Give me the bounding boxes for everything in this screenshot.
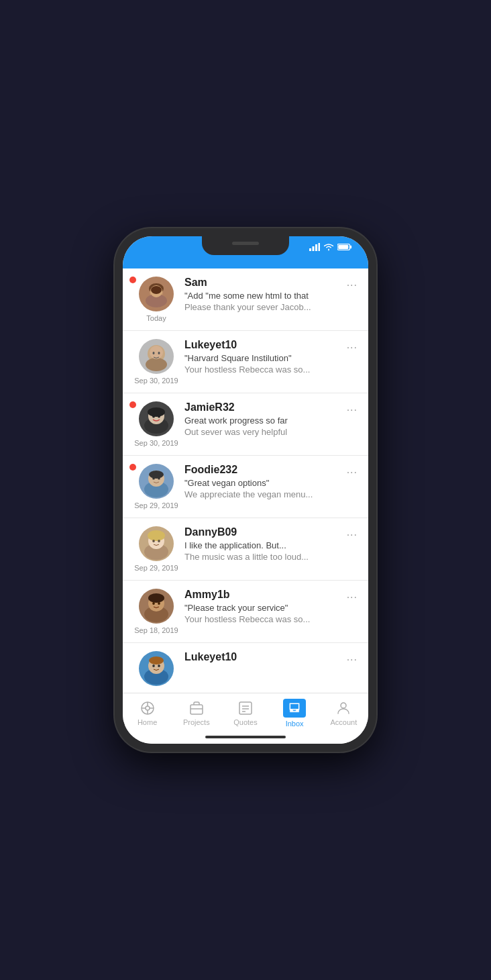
status-icons: [309, 243, 352, 251]
message-sender: Sam: [184, 277, 336, 289]
svg-rect-5: [350, 246, 351, 248]
message-item[interactable]: Lukeyet10 ···: [123, 643, 368, 693]
message-subject: "Add "me some new html to that: [184, 291, 336, 301]
app-header: [123, 255, 368, 268]
avatar-wrapper: [139, 464, 174, 499]
nav-quotes[interactable]: Quotes: [225, 700, 266, 726]
avatar: [139, 589, 174, 624]
message-item[interactable]: Sep 18, 2019 Ammy1b "Please track your s…: [123, 581, 368, 643]
message-more-button[interactable]: ···: [341, 277, 358, 294]
svg-point-23: [152, 415, 155, 418]
message-more-button[interactable]: ···: [341, 589, 358, 606]
message-date: Today: [146, 314, 166, 322]
speaker: [232, 242, 259, 245]
svg-rect-0: [309, 248, 311, 251]
avatar-wrapper: [139, 526, 174, 561]
svg-point-17: [153, 352, 155, 354]
svg-rect-57: [239, 702, 252, 714]
svg-point-61: [341, 703, 346, 708]
nav-inbox[interactable]: Inbox: [274, 699, 315, 728]
signal-icon: [309, 243, 320, 251]
avatar-col: Sep 30, 2019: [133, 339, 179, 385]
message-date: Sep 30, 2019: [134, 377, 178, 385]
message-item[interactable]: Sep 29, 2019 Foodie232 "Great vegan opti…: [123, 456, 368, 518]
message-item[interactable]: Sep 29, 2019 DannyB09 I like the applica…: [123, 518, 368, 581]
message-more-button[interactable]: ···: [341, 651, 358, 669]
svg-point-30: [158, 478, 160, 480]
home-icon: [140, 700, 156, 716]
svg-point-22: [148, 407, 165, 417]
message-item[interactable]: Sep 30, 2019 Lukeyet10 "Harvard Square I…: [123, 331, 368, 393]
avatar-col: Sep 29, 2019: [133, 526, 179, 572]
avatar-wrapper: [139, 401, 174, 436]
message-date: Sep 29, 2019: [134, 564, 178, 572]
home-indicator: [205, 736, 286, 738]
svg-point-24: [158, 415, 160, 418]
message-preview: Out sever was very helpful: [184, 427, 336, 437]
message-sender: Lukeyet10: [184, 651, 336, 663]
message-content: Lukeyet10 "Harvard Square Instilution" Y…: [179, 339, 341, 375]
message-more-button[interactable]: ···: [341, 464, 358, 481]
avatar: [139, 277, 174, 311]
svg-rect-6: [338, 245, 348, 249]
account-icon: [335, 700, 351, 716]
svg-point-41: [152, 602, 155, 605]
message-content: Sam "Add "me some new html to that Pleas…: [179, 277, 341, 312]
message-more-button[interactable]: ···: [341, 526, 358, 544]
inbox-active-icon: [283, 699, 306, 718]
message-sender: JamieR32: [184, 401, 336, 413]
svg-point-29: [152, 478, 155, 480]
message-subject: Great work progress so far: [184, 415, 336, 426]
svg-point-15: [146, 358, 167, 371]
nav-projects[interactable]: Projects: [176, 700, 217, 726]
svg-point-28: [149, 471, 164, 479]
svg-point-50: [146, 706, 150, 710]
message-preview: Please thank your sever Jacob...: [184, 302, 336, 312]
message-content: Ammy1b "Please track your service" Your …: [179, 589, 341, 624]
svg-point-46: [149, 656, 164, 665]
svg-point-18: [158, 352, 160, 354]
battery-icon: [337, 243, 352, 251]
message-item[interactable]: Sep 30, 2019 JamieR32 Great work progres…: [123, 393, 368, 456]
message-item[interactable]: Today Sam "Add "me some new html to that…: [123, 268, 368, 331]
projects-icon: [188, 700, 205, 716]
svg-rect-55: [190, 705, 203, 714]
message-content: DannyB09 I like the application. But... …: [179, 526, 341, 562]
message-preview: Your hostless Rebecca was so...: [184, 364, 336, 375]
avatar: [139, 526, 174, 561]
svg-point-12: [151, 286, 162, 294]
avatar-col: Sep 18, 2019: [133, 589, 179, 634]
svg-point-42: [158, 602, 160, 605]
unread-dot: [129, 277, 136, 283]
svg-point-35: [152, 540, 155, 542]
message-date: Sep 29, 2019: [134, 501, 178, 509]
svg-point-34: [148, 530, 165, 541]
message-preview: Your hostless Rebecca was so...: [184, 614, 336, 624]
avatar-wrapper: [139, 589, 174, 624]
wifi-icon: [323, 243, 334, 251]
notch: [202, 236, 289, 255]
message-subject: "Great vegan options": [184, 478, 336, 488]
nav-home-label: Home: [138, 718, 157, 726]
avatar: [139, 464, 174, 499]
quotes-icon: [237, 700, 254, 716]
avatar: [139, 339, 174, 374]
phone-frame: Today Sam "Add "me some new html to that…: [115, 228, 376, 752]
message-more-button[interactable]: ···: [341, 401, 358, 419]
svg-point-16: [150, 346, 163, 359]
svg-point-48: [158, 665, 160, 667]
nav-home[interactable]: Home: [127, 700, 168, 726]
nav-account[interactable]: Account: [323, 700, 364, 726]
message-preview: We appreciate the vegan menu...: [184, 489, 336, 499]
message-content: Foodie232 "Great vegan options" We appre…: [179, 464, 341, 499]
message-preview: The music was a little too loud...: [184, 552, 336, 562]
avatar: [139, 651, 174, 686]
phone-screen: Today Sam "Add "me some new html to that…: [123, 236, 368, 744]
avatar-col: Sep 30, 2019: [133, 401, 179, 447]
nav-account-label: Account: [330, 718, 357, 726]
svg-rect-2: [315, 244, 317, 251]
avatar-wrapper: [139, 277, 174, 311]
unread-dot: [129, 401, 136, 408]
message-subject: I like the application. But...: [184, 540, 336, 550]
message-more-button[interactable]: ···: [341, 339, 358, 356]
